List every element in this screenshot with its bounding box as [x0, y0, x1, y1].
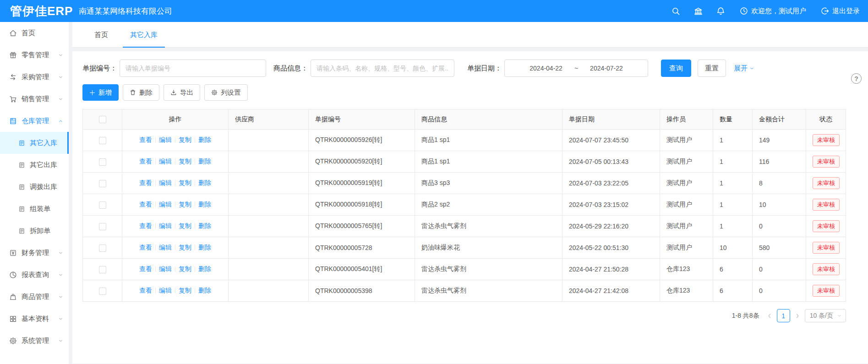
sidebar-item-retail[interactable]: 零售管理 — [0, 44, 69, 66]
edit-link[interactable]: 编辑 — [159, 201, 172, 208]
order-no-label: 单据编号： — [82, 64, 117, 73]
supplier-cell — [229, 151, 309, 173]
sidebar-item-home[interactable]: 首页 — [0, 22, 69, 44]
view-link[interactable]: 查看 — [139, 201, 152, 208]
sidebar-item-assembly[interactable]: 组装单 — [0, 198, 69, 220]
tab-other-inbound[interactable]: 其它入库 — [123, 22, 165, 48]
row-checkbox[interactable] — [99, 201, 106, 209]
row-checkbox[interactable] — [99, 266, 106, 273]
edit-link[interactable]: 编辑 — [159, 265, 172, 272]
sidebar-item-reports[interactable]: 报表查询 — [0, 264, 69, 286]
view-link[interactable]: 查看 — [139, 287, 152, 294]
export-button[interactable]: 导出 — [164, 84, 200, 101]
row-checkbox[interactable] — [99, 288, 106, 295]
logout-button[interactable]: 退出登录 — [821, 7, 860, 16]
copy-link[interactable]: 复制 — [179, 179, 191, 186]
sidebar-item-disassembly[interactable]: 拆卸单 — [0, 220, 69, 242]
edit-link[interactable]: 编辑 — [159, 287, 172, 294]
table-row: 查看编辑复制删除 QTRK00000005919[转] 商品3 sp3 2024… — [83, 173, 846, 194]
copy-link[interactable]: 复制 — [179, 158, 191, 165]
page-size-select[interactable]: 10 条/页 — [805, 309, 846, 322]
view-link[interactable]: 查看 — [139, 222, 152, 229]
page-1-button[interactable]: 1 — [777, 309, 790, 322]
copy-link[interactable]: 复制 — [179, 244, 191, 251]
row-checkbox[interactable] — [99, 180, 106, 187]
edit-link[interactable]: 编辑 — [159, 244, 172, 251]
column-settings-button[interactable]: 列设置 — [204, 84, 248, 101]
logout-text: 退出登录 — [832, 7, 860, 16]
date-range-picker[interactable]: 2024-04-22 ~ 2024-07-22 — [504, 60, 648, 77]
gear-icon — [9, 337, 17, 345]
row-checkbox[interactable] — [99, 223, 106, 230]
delete-link[interactable]: 删除 — [198, 265, 211, 272]
delete-link[interactable]: 删除 — [198, 179, 211, 186]
delete-label: 删除 — [139, 88, 153, 97]
delete-link[interactable]: 删除 — [198, 287, 211, 294]
expand-toggle[interactable]: 展开 — [734, 64, 754, 73]
product-cell: 商品1 sp1 — [415, 130, 562, 151]
order-no-cell: QTRK00000005920[转] — [309, 151, 415, 173]
sidebar-item-purchase[interactable]: 采购管理 — [0, 66, 69, 88]
select-all-checkbox[interactable] — [99, 116, 106, 123]
sidebar-item-sales[interactable]: 销售管理 — [0, 88, 69, 110]
delete-link[interactable]: 删除 — [198, 201, 211, 208]
status-badge: 未审核 — [813, 263, 840, 275]
copy-link[interactable]: 复制 — [179, 136, 191, 143]
sidebar-item-products[interactable]: 商品管理 — [0, 286, 69, 308]
delete-button[interactable]: 删除 — [123, 84, 159, 101]
download-icon — [170, 89, 177, 96]
sidebar-item-basic-data[interactable]: 基本资料 — [0, 308, 69, 330]
delete-link[interactable]: 删除 — [198, 222, 211, 229]
view-link[interactable]: 查看 — [139, 136, 152, 143]
copy-link[interactable]: 复制 — [179, 201, 191, 208]
sidebar-item-other-inbound[interactable]: 其它入库 — [0, 132, 69, 154]
divider — [175, 244, 175, 250]
qty-cell: 1 — [713, 194, 753, 216]
edit-link[interactable]: 编辑 — [159, 179, 172, 186]
copy-link[interactable]: 复制 — [179, 222, 191, 229]
delete-link[interactable]: 删除 — [198, 158, 211, 165]
view-link[interactable]: 查看 — [139, 265, 152, 272]
next-page-button[interactable] — [795, 313, 800, 319]
swap-icon — [9, 73, 17, 81]
product-info-label: 商品信息： — [273, 64, 308, 73]
divider — [155, 266, 156, 272]
copy-link[interactable]: 复制 — [179, 287, 191, 294]
sidebar-scrollbar[interactable] — [69, 22, 72, 364]
help-icon[interactable]: ? — [851, 73, 862, 84]
reset-button[interactable]: 重置 — [698, 60, 726, 77]
copy-link[interactable]: 复制 — [179, 265, 191, 272]
bank-icon[interactable] — [694, 7, 703, 16]
delete-link[interactable]: 删除 — [198, 244, 211, 251]
edit-link[interactable]: 编辑 — [159, 222, 172, 229]
operator-cell: 测试用户 — [660, 130, 713, 151]
row-checkbox[interactable] — [99, 158, 106, 166]
row-checkbox[interactable] — [99, 244, 106, 252]
main-content: 首页 其它入库 单据编号： 商品信息： 单据日期： 2024-04-22 ~ 2… — [72, 22, 868, 364]
bell-icon[interactable] — [716, 7, 725, 16]
sidebar-item-system[interactable]: 系统管理 — [0, 330, 69, 352]
add-button[interactable]: 新增 — [82, 84, 119, 101]
operator-cell: 测试用户 — [660, 237, 713, 259]
user-menu[interactable]: 欢迎您，测试用户 — [740, 7, 806, 16]
sidebar-item-warehouse[interactable]: 仓库管理 — [0, 110, 69, 132]
view-link[interactable]: 查看 — [139, 158, 152, 165]
date-from[interactable]: 2024-04-22 — [530, 65, 562, 72]
query-button[interactable]: 查询 — [661, 60, 691, 77]
edit-link[interactable]: 编辑 — [159, 136, 172, 143]
delete-link[interactable]: 删除 — [198, 136, 211, 143]
tab-home[interactable]: 首页 — [87, 22, 115, 48]
prev-page-button[interactable] — [767, 313, 772, 319]
view-link[interactable]: 查看 — [139, 244, 152, 251]
view-link[interactable]: 查看 — [139, 179, 152, 186]
date-to[interactable]: 2024-07-22 — [590, 65, 623, 72]
edit-link[interactable]: 编辑 — [159, 158, 172, 165]
sidebar-item-finance[interactable]: 财务管理 — [0, 242, 69, 264]
search-icon[interactable] — [671, 7, 680, 16]
product-info-input[interactable] — [311, 60, 454, 77]
sidebar-item-transfer-outbound[interactable]: 调拨出库 — [0, 176, 69, 198]
sidebar-item-other-outbound[interactable]: 其它出库 — [0, 154, 69, 176]
row-checkbox[interactable] — [99, 137, 106, 144]
sidebar-item-label: 财务管理 — [22, 249, 49, 257]
order-no-input[interactable] — [120, 60, 266, 77]
